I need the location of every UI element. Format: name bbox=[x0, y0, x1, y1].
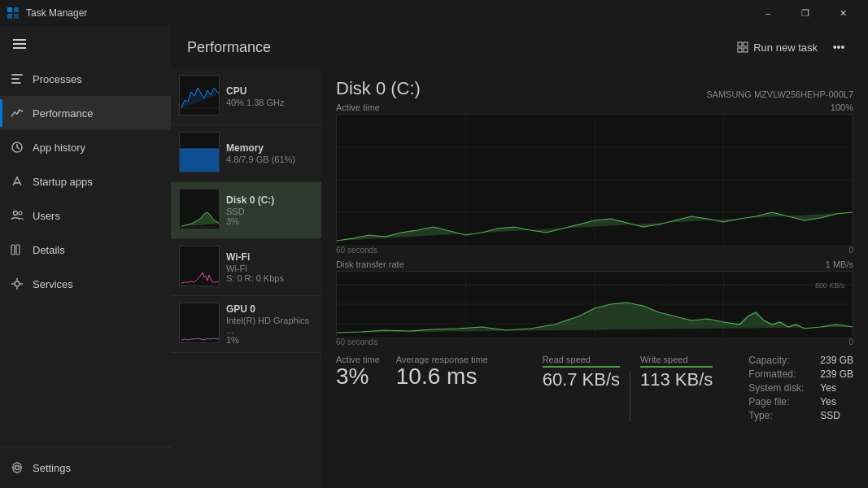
memory-stats: 4.8/7.9 GB (61%) bbox=[226, 155, 313, 164]
svg-text:800 KB/s: 800 KB/s bbox=[815, 281, 845, 290]
services-label: Services bbox=[33, 278, 73, 290]
active-time-zero: 0 bbox=[848, 246, 853, 255]
svg-rect-31 bbox=[180, 246, 220, 286]
svg-point-10 bbox=[19, 211, 22, 215]
cpu-stats: 40% 1.38 GHz bbox=[226, 98, 313, 107]
disk-info: Disk 0 (C:) SSD 3% bbox=[226, 189, 313, 232]
write-speed-label: Write speed bbox=[640, 355, 713, 364]
active-time-stat-value: 3% bbox=[336, 364, 380, 390]
transfer-rate-chart: 800 KB/s bbox=[336, 271, 853, 336]
sidebar-bottom: Settings bbox=[0, 447, 171, 488]
active-time-label: Active time bbox=[336, 102, 380, 112]
formatted-value: 239 GB bbox=[820, 368, 853, 380]
wifi-info: Wi-Fi Wi-Fi S: 0 R: 0 Kbps bbox=[226, 246, 313, 289]
active-time-stat: Active time 3% bbox=[336, 355, 380, 421]
close-button[interactable]: ✕ bbox=[824, 0, 861, 26]
svg-rect-27 bbox=[180, 149, 220, 172]
transfer-60s: 60 seconds bbox=[336, 338, 377, 346]
settings-icon bbox=[10, 460, 24, 475]
device-item-gpu0[interactable]: GPU 0 Intel(R) HD Graphics ... 1% bbox=[171, 296, 321, 353]
hamburger-icon bbox=[13, 39, 26, 49]
svg-rect-2 bbox=[7, 14, 12, 19]
sidebar: Processes Performance App history bbox=[0, 26, 171, 488]
svg-rect-3 bbox=[14, 14, 19, 19]
system-disk-row: System disk: Yes bbox=[748, 382, 853, 394]
active-time-time-row: 60 seconds 0 bbox=[336, 246, 853, 255]
cpu-info: CPU 40% 1.38 GHz bbox=[226, 75, 313, 118]
svg-rect-20 bbox=[744, 42, 748, 46]
maximize-button[interactable]: ❐ bbox=[787, 0, 824, 26]
hamburger-button[interactable] bbox=[3, 29, 36, 59]
memory-thumbnail bbox=[179, 132, 220, 172]
capacity-value: 239 GB bbox=[820, 355, 853, 366]
content-header: Performance Run new task ••• bbox=[171, 26, 868, 68]
detail-model: SAMSUNG MZVLW256HEHP-000L7 bbox=[706, 89, 853, 99]
transfer-rate-section: Disk transfer rate 1 MB/s bbox=[336, 259, 853, 351]
write-speed-stat: Write speed 113 KB/s bbox=[640, 355, 713, 390]
gpu-thumbnail bbox=[179, 303, 220, 343]
device-item-disk0[interactable]: Disk 0 (C:) SSD 3% bbox=[171, 182, 321, 239]
sidebar-item-details[interactable]: Details bbox=[0, 233, 171, 267]
more-options-button[interactable]: ••• bbox=[826, 34, 852, 60]
svg-rect-6 bbox=[11, 82, 21, 84]
gpu-info: GPU 0 Intel(R) HD Graphics ... 1% bbox=[226, 303, 313, 346]
transfer-rate-label-row: Disk transfer rate 1 MB/s bbox=[336, 259, 853, 269]
wifi-name: Wi-Fi bbox=[226, 251, 313, 263]
device-item-memory[interactable]: Memory 4.8/7.9 GB (61%) bbox=[171, 125, 321, 182]
disk-pct: 3% bbox=[226, 216, 313, 226]
svg-rect-11 bbox=[11, 245, 15, 255]
services-icon bbox=[10, 277, 24, 291]
page-title: Performance bbox=[187, 39, 729, 56]
wifi-sub: Wi-Fi bbox=[226, 264, 313, 273]
users-label: Users bbox=[33, 210, 60, 222]
svg-rect-22 bbox=[744, 48, 748, 52]
sidebar-item-services[interactable]: Services bbox=[0, 267, 171, 301]
detail-title: Disk 0 (C:) bbox=[336, 78, 421, 99]
settings-label: Settings bbox=[33, 462, 71, 474]
minimize-button[interactable]: – bbox=[749, 0, 787, 26]
sidebar-item-settings[interactable]: Settings bbox=[0, 451, 171, 485]
details-icon bbox=[10, 242, 24, 257]
svg-rect-32 bbox=[180, 303, 220, 343]
svg-rect-21 bbox=[738, 48, 742, 52]
device-item-wifi[interactable]: Wi-Fi Wi-Fi S: 0 R: 0 Kbps bbox=[171, 239, 321, 296]
run-new-task-button[interactable]: Run new task bbox=[729, 37, 826, 59]
left-stats: Active time 3% Average response time 10.… bbox=[336, 355, 526, 421]
content-area: Performance Run new task ••• bbox=[171, 26, 868, 488]
users-icon bbox=[10, 208, 24, 223]
run-new-task-label: Run new task bbox=[753, 41, 818, 54]
svg-point-13 bbox=[15, 281, 20, 286]
wifi-thumbnail bbox=[179, 246, 220, 286]
page-file-value: Yes bbox=[820, 396, 836, 407]
sidebar-item-performance[interactable]: Performance bbox=[0, 96, 171, 130]
page-file-label: Page file: bbox=[748, 396, 813, 407]
type-row: Type: SSD bbox=[748, 410, 853, 421]
transfer-rate-time-row: 60 seconds 0 bbox=[336, 338, 853, 346]
avg-response-value: 10.6 ms bbox=[396, 364, 488, 390]
active-time-60s: 60 seconds bbox=[336, 246, 377, 255]
system-disk-label: System disk: bbox=[748, 382, 813, 394]
type-value: SSD bbox=[820, 410, 840, 421]
sidebar-item-startup-apps[interactable]: Startup apps bbox=[0, 164, 171, 198]
cpu-name: CPU bbox=[226, 85, 313, 97]
app-history-label: App history bbox=[33, 142, 85, 154]
type-label: Type: bbox=[748, 410, 813, 421]
svg-rect-4 bbox=[11, 74, 23, 76]
app-icon bbox=[7, 7, 20, 20]
sidebar-item-users[interactable]: Users bbox=[0, 198, 171, 233]
run-task-icon bbox=[737, 41, 748, 53]
read-speed-label: Read speed bbox=[543, 355, 620, 364]
right-stats: Capacity: 239 GB Formatted: 239 GB Syste… bbox=[748, 355, 853, 421]
device-list: CPU 40% 1.38 GHz bbox=[171, 68, 321, 488]
formatted-label: Formatted: bbox=[748, 368, 813, 380]
main-layout: Processes Performance App history bbox=[0, 26, 868, 488]
svg-rect-1 bbox=[14, 7, 19, 12]
performance-layout: CPU 40% 1.38 GHz bbox=[171, 68, 868, 488]
sidebar-item-processes[interactable]: Processes bbox=[0, 62, 171, 96]
disk-sub: SSD bbox=[226, 207, 313, 216]
transfer-zero: 0 bbox=[848, 338, 853, 346]
speed-stats: Read speed 60.7 KB/s Write speed 113 KB/… bbox=[543, 355, 733, 421]
disk-name: Disk 0 (C:) bbox=[226, 194, 313, 206]
sidebar-item-app-history[interactable]: App history bbox=[0, 130, 171, 164]
device-item-cpu[interactable]: CPU 40% 1.38 GHz bbox=[171, 68, 321, 125]
